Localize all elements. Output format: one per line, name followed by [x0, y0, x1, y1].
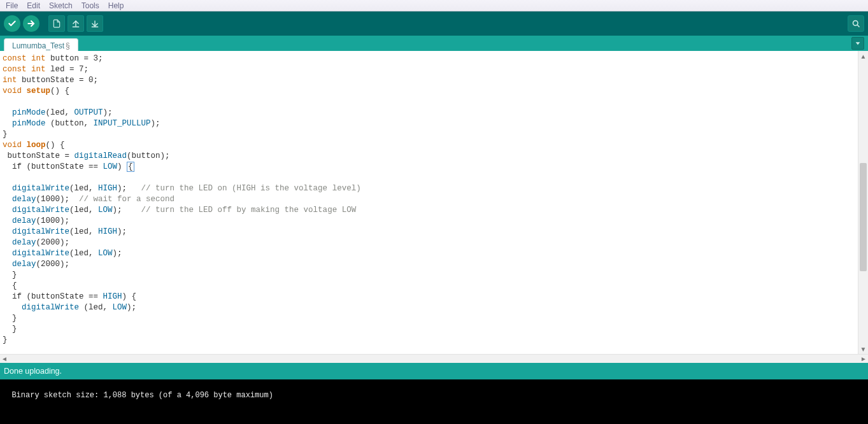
menu-edit[interactable]: Edit: [22, 1, 45, 11]
arrow-down-icon: [90, 19, 99, 28]
vertical-scrollbar[interactable]: ▲ ▼: [858, 51, 868, 354]
menu-help[interactable]: Help: [104, 1, 129, 11]
toolbar: [0, 11, 868, 36]
tab-modified-indicator: §: [66, 41, 70, 50]
check-icon: [8, 19, 17, 28]
arrow-right-icon: [27, 19, 36, 28]
serial-monitor-button[interactable]: [848, 15, 864, 32]
svg-line-6: [857, 25, 859, 27]
tabs-row: Lumumba_Test §: [0, 36, 868, 51]
console-text: Binary sketch size: 1,088 bytes (of a 4,…: [11, 391, 273, 400]
magnifier-icon: [851, 19, 861, 29]
scroll-up-arrow-icon[interactable]: ▲: [858, 51, 868, 61]
tab-active[interactable]: Lumumba_Test §: [4, 38, 78, 51]
svg-point-5: [853, 20, 858, 25]
menu-file[interactable]: File: [1, 1, 22, 11]
code-content[interactable]: const int button = 3; const int led = 7;…: [0, 51, 858, 348]
scroll-thumb[interactable]: [860, 163, 867, 271]
tab-menu-button[interactable]: [851, 37, 864, 50]
open-sketch-button[interactable]: [68, 15, 84, 32]
scroll-down-arrow-icon[interactable]: ▼: [858, 344, 868, 354]
scroll-left-arrow-icon[interactable]: ◄: [1, 355, 8, 362]
horizontal-scrollbar[interactable]: ◄ ►: [0, 354, 868, 363]
svg-marker-7: [856, 42, 860, 45]
scroll-right-arrow-icon[interactable]: ►: [860, 355, 867, 362]
status-text: Done uploading.: [4, 367, 62, 376]
file-icon: [52, 18, 61, 29]
menu-tools[interactable]: Tools: [77, 1, 104, 11]
new-sketch-button[interactable]: [48, 15, 65, 32]
save-sketch-button[interactable]: [87, 15, 103, 32]
console-output[interactable]: Binary sketch size: 1,088 bytes (of a 4,…: [0, 379, 868, 424]
editor-wrap: const int button = 3; const int led = 7;…: [0, 51, 868, 354]
chevron-down-icon: [855, 40, 861, 46]
tab-label: Lumumba_Test: [12, 41, 64, 50]
upload-button[interactable]: [23, 15, 39, 32]
code-editor[interactable]: const int button = 3; const int led = 7;…: [0, 51, 858, 354]
menu-bar: File Edit Sketch Tools Help: [0, 0, 868, 11]
arrow-up-icon: [71, 19, 80, 28]
status-bar: Done uploading.: [0, 363, 868, 379]
verify-button[interactable]: [4, 15, 20, 32]
menu-sketch[interactable]: Sketch: [45, 1, 77, 11]
